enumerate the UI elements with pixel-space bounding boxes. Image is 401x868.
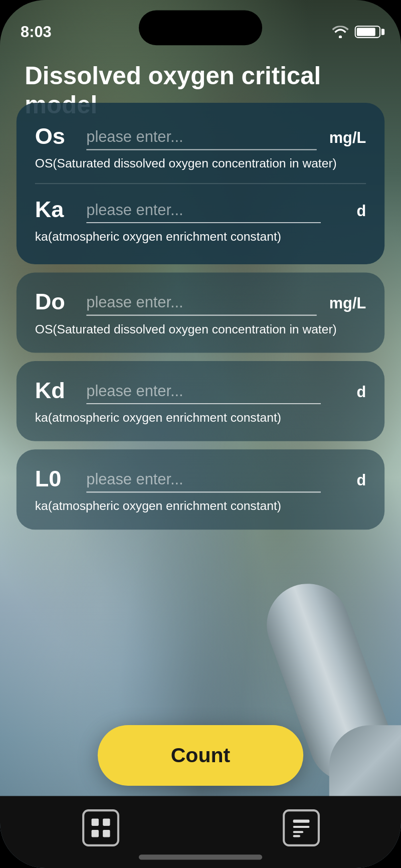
dynamic-island (139, 11, 262, 46)
field-row-kd: Kd d (35, 378, 366, 404)
count-button-container: Count (0, 725, 401, 786)
svg-rect-5 (293, 826, 309, 828)
battery-icon (355, 25, 380, 38)
calculator-icon (82, 809, 119, 846)
separator-1 (35, 183, 366, 184)
field-unit-ka: d (333, 201, 366, 219)
svg-rect-4 (293, 820, 309, 823)
field-unit-do: mg/L (329, 294, 366, 311)
field-desc-do: OS(Saturated dissolved oxygen concentrat… (35, 322, 366, 336)
field-desc-ka: ka(atmospheric oxygen enrichment constan… (35, 229, 366, 244)
input-l0[interactable] (86, 466, 321, 492)
field-row-os: Os mg/L (35, 123, 366, 150)
field-label-l0: L0 (35, 466, 74, 492)
field-label-ka: Ka (35, 197, 74, 223)
field-label-do: Do (35, 289, 74, 315)
wifi-icon (332, 25, 349, 38)
input-kd[interactable] (86, 378, 321, 404)
tab-calculator[interactable] (82, 809, 119, 846)
svg-rect-6 (293, 831, 303, 833)
status-icons (332, 25, 380, 38)
input-ka[interactable] (86, 197, 321, 223)
card-os-ka: Os mg/L OS(Saturated dissolved oxygen co… (17, 103, 384, 264)
home-indicator (139, 854, 262, 859)
input-do[interactable] (86, 289, 317, 315)
svg-rect-1 (102, 819, 109, 826)
count-button[interactable]: Count (98, 725, 303, 786)
card-do: Do mg/L OS(Saturated dissolved oxygen co… (17, 273, 384, 353)
content-area: Os mg/L OS(Saturated dissolved oxygen co… (0, 103, 401, 796)
field-desc-os: OS(Saturated dissolved oxygen concentrat… (35, 156, 366, 171)
svg-rect-3 (102, 830, 109, 837)
svg-rect-2 (91, 830, 98, 837)
field-row-do: Do mg/L (35, 289, 366, 315)
tab-results[interactable] (282, 809, 319, 846)
field-label-kd: Kd (35, 378, 74, 404)
field-unit-l0: d (333, 470, 366, 488)
field-desc-kd: ka(atmospheric oxygen enrichment constan… (35, 410, 366, 425)
field-row-ka: Ka d (35, 197, 366, 223)
field-row-l0: L0 d (35, 466, 366, 492)
results-icon (282, 809, 319, 846)
field-label-os: Os (35, 123, 74, 150)
field-unit-os: mg/L (329, 128, 366, 145)
card-kd: Kd d ka(atmospheric oxygen enrichment co… (17, 361, 384, 441)
field-desc-l0: ka(atmospheric oxygen enrichment constan… (35, 499, 366, 513)
svg-rect-7 (293, 835, 300, 837)
svg-rect-0 (91, 819, 98, 826)
status-time: 8:03 (21, 23, 52, 40)
card-l0: L0 d ka(atmospheric oxygen enrichment co… (17, 449, 384, 530)
field-unit-kd: d (333, 382, 366, 400)
input-os[interactable] (86, 123, 317, 150)
